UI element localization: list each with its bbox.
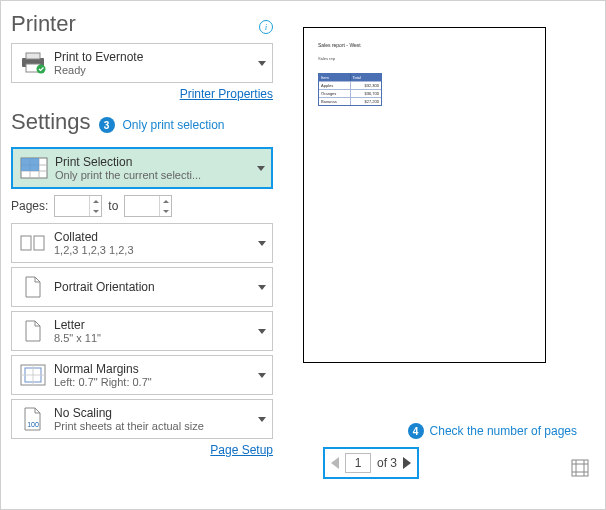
show-margins-button[interactable] [571, 459, 589, 477]
svg-rect-11 [34, 236, 44, 250]
chevron-down-icon [258, 241, 266, 246]
chevron-down-icon [258, 373, 266, 378]
preview-doc-title: Sales report - West [318, 42, 531, 48]
preview-th: Item [319, 74, 351, 81]
preview-cell: Bananas [319, 97, 351, 105]
chevron-down-icon [258, 285, 266, 290]
chevron-down-icon [258, 61, 266, 66]
printer-status: Ready [54, 64, 254, 76]
settings-header: Settings 3 Only print selection [11, 109, 273, 141]
preview-cell: $36,700 [351, 89, 382, 97]
page-navigator: 1 of 3 [323, 447, 419, 479]
printer-icon [18, 48, 48, 78]
svg-text:100: 100 [27, 421, 39, 428]
preview-cell: Oranges [319, 89, 351, 97]
scaling-selector[interactable]: 100 No Scaling Print sheets at their act… [11, 399, 273, 439]
preview-subtitle: Sales rep [318, 56, 531, 61]
pages-to-label: to [108, 199, 118, 213]
collate-title: Collated [54, 230, 254, 244]
right-panel: Sales report - West Sales rep Item Total… [273, 11, 595, 503]
scaling-title: No Scaling [54, 406, 254, 420]
next-page-button[interactable] [403, 457, 411, 469]
callout-3-text: Only print selection [123, 118, 225, 132]
pages-from-input[interactable] [54, 195, 102, 217]
paper-sub: 8.5" x 11" [54, 332, 254, 344]
selection-grid-icon [19, 153, 49, 183]
svg-rect-10 [21, 236, 31, 250]
page-icon [18, 316, 48, 346]
chevron-down-icon [258, 417, 266, 422]
spinner-arrows[interactable] [89, 196, 101, 216]
printer-selector[interactable]: Print to Evernote Ready [11, 43, 273, 83]
current-page-input[interactable]: 1 [345, 453, 371, 473]
print-what-sub: Only print the current selecti... [55, 169, 253, 181]
print-what-title: Print Selection [55, 155, 253, 169]
margins-icon [18, 360, 48, 390]
margins-title: Normal Margins [54, 362, 254, 376]
printer-header: Printer i [11, 11, 273, 43]
spinner-arrows[interactable] [159, 196, 171, 216]
paper-size-selector[interactable]: Letter 8.5" x 11" [11, 311, 273, 351]
svg-rect-9 [21, 158, 39, 171]
callout-3-badge: 3 [99, 117, 115, 133]
page-setup-link[interactable]: Page Setup [210, 443, 273, 457]
collate-sub: 1,2,3 1,2,3 1,2,3 [54, 244, 254, 256]
preview-cell: $32,300 [351, 81, 382, 89]
prev-page-button[interactable] [331, 457, 339, 469]
paper-title: Letter [54, 318, 254, 332]
printer-name: Print to Evernote [54, 50, 254, 64]
preview-cell: $27,200 [351, 97, 382, 105]
portrait-icon [18, 272, 48, 302]
scaling-sub: Print sheets at their actual size [54, 420, 254, 432]
info-icon[interactable]: i [259, 20, 273, 34]
chevron-down-icon [258, 329, 266, 334]
preview-cell: Apples [319, 81, 351, 89]
callout-4-badge: 4 [408, 423, 424, 439]
settings-section-title: Settings [11, 109, 91, 135]
preview-table: Item Total Apples $32,300 Oranges $36,70… [318, 73, 382, 106]
orientation-title: Portrait Orientation [54, 280, 254, 294]
print-preview-page: Sales report - West Sales rep Item Total… [303, 27, 546, 363]
pages-to-input[interactable] [124, 195, 172, 217]
collate-icon [18, 228, 48, 258]
page-of-label: of 3 [377, 456, 397, 470]
printer-section-title: Printer [11, 11, 76, 37]
scaling-icon: 100 [18, 404, 48, 434]
callout-4: 4 Check the number of pages [408, 423, 577, 439]
svg-rect-1 [26, 53, 40, 59]
print-what-selector[interactable]: Print Selection Only print the current s… [11, 147, 273, 189]
pages-label: Pages: [11, 199, 48, 213]
collate-selector[interactable]: Collated 1,2,3 1,2,3 1,2,3 [11, 223, 273, 263]
chevron-down-icon [257, 166, 265, 171]
left-panel: Printer i Print to Evernote Ready Printe… [11, 11, 273, 503]
svg-rect-17 [572, 460, 588, 476]
orientation-selector[interactable]: Portrait Orientation [11, 267, 273, 307]
printer-properties-link[interactable]: Printer Properties [180, 87, 273, 101]
margins-sub: Left: 0.7" Right: 0.7" [54, 376, 254, 388]
preview-th: Total [351, 74, 382, 81]
pages-row: Pages: to [11, 195, 273, 217]
svg-point-3 [37, 65, 46, 74]
margins-selector[interactable]: Normal Margins Left: 0.7" Right: 0.7" [11, 355, 273, 395]
callout-4-text: Check the number of pages [430, 424, 577, 438]
